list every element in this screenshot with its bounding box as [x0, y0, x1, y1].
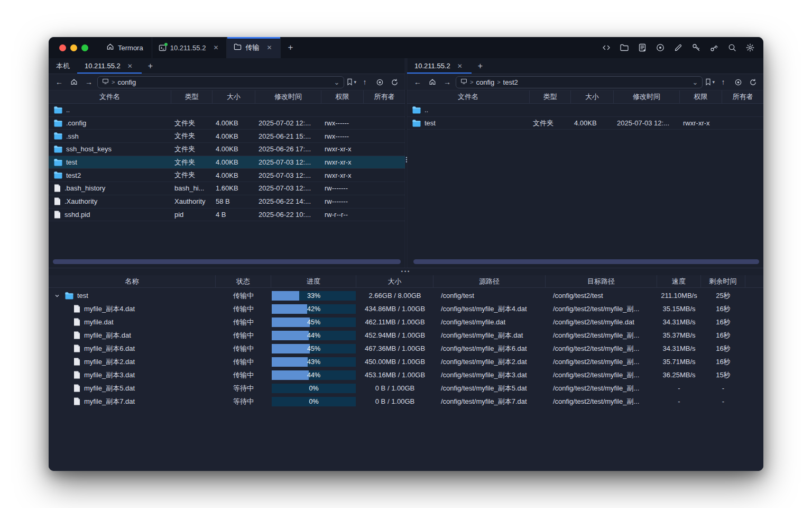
- eye-button[interactable]: [373, 76, 386, 88]
- forward-button[interactable]: →: [82, 76, 95, 88]
- column-header-status[interactable]: 状态: [216, 275, 271, 287]
- zoom-window-button[interactable]: [81, 44, 88, 51]
- column-header-filename[interactable]: 文件名: [407, 90, 530, 103]
- transfer-row[interactable]: myfile_副本2.dat传输中43%450.00MB / 1.00GB/co…: [49, 355, 763, 368]
- transfer-source-cell: /config/test/myfile_副本2.dat: [433, 357, 546, 367]
- file-size-cell: 4.00KB: [213, 145, 255, 153]
- file-row[interactable]: test文件夹4.00KB2025-07-03 12:...rwxr-xr-x: [407, 117, 763, 130]
- keychain-icon[interactable]: [707, 41, 721, 55]
- new-tab-button[interactable]: +: [281, 37, 301, 58]
- code-icon[interactable]: [599, 41, 613, 55]
- horizontal-scrollbar[interactable]: [413, 259, 759, 264]
- breadcrumb-segment[interactable]: test2: [503, 78, 518, 86]
- event-log-icon[interactable]: [635, 41, 649, 55]
- parent-dir-button[interactable]: ↑: [717, 76, 730, 88]
- column-header-owner[interactable]: 所有者: [364, 90, 405, 103]
- folder-icon[interactable]: [617, 41, 631, 55]
- key-icon[interactable]: [689, 41, 703, 55]
- new-pane-tab-button[interactable]: +: [142, 58, 159, 74]
- breadcrumb-segment[interactable]: config: [117, 78, 136, 86]
- tab-local[interactable]: 本机: [49, 58, 77, 74]
- parent-dir-button[interactable]: ↑: [358, 76, 371, 88]
- file-row[interactable]: ..: [407, 104, 763, 117]
- file-row[interactable]: .XauthorityXauthority58 B2025-06-22 14:.…: [49, 195, 405, 208]
- close-tab-icon[interactable]: ✕: [265, 43, 273, 52]
- transfer-row[interactable]: myfile_副本4.dat传输中42%434.86MB / 1.00GB/co…: [49, 302, 763, 315]
- breadcrumb-segment[interactable]: config: [476, 78, 494, 86]
- home-button[interactable]: [68, 76, 80, 88]
- file-row[interactable]: .ssh文件夹4.00KB2025-06-21 15:...rwx------: [49, 130, 405, 143]
- transfer-row[interactable]: myfile_副本3.dat传输中44%453.16MB / 1.00GB/co…: [49, 368, 763, 382]
- back-button[interactable]: ←: [53, 76, 66, 88]
- refresh-button[interactable]: [746, 76, 759, 88]
- search-icon[interactable]: [725, 41, 739, 55]
- column-header-speed[interactable]: 速度: [657, 275, 701, 287]
- record-icon[interactable]: [653, 41, 667, 55]
- file-row[interactable]: sshd.pidpid4 B2025-06-22 10:...rw-r--r--: [49, 208, 405, 222]
- close-tab-icon[interactable]: ✕: [456, 62, 464, 70]
- column-header-size[interactable]: 大小: [571, 90, 614, 103]
- edit-icon[interactable]: [671, 41, 685, 55]
- transfer-row[interactable]: myfile_副本5.dat等待中0%0 B / 1.00GB/config/t…: [49, 382, 763, 395]
- tab-remote-host[interactable]: 10.211.55.2 ✕: [77, 58, 142, 74]
- transfer-row[interactable]: myfile_副本6.dat传输中45%467.36MB / 1.00GB/co…: [49, 342, 763, 355]
- column-header-permissions[interactable]: 权限: [321, 90, 364, 103]
- transfer-target-cell: /config/test2/test/myfile_副...: [546, 331, 657, 340]
- close-window-button[interactable]: [59, 44, 66, 51]
- transfer-row[interactable]: test传输中33%2.66GB / 8.00GB/config/test/co…: [49, 289, 763, 302]
- column-header-modified[interactable]: 修改时间: [614, 90, 680, 103]
- column-header-source-path[interactable]: 源路径: [433, 275, 546, 287]
- column-header-target-path[interactable]: 目标路径: [546, 275, 657, 287]
- transfer-speed-cell: 34.31MB/s: [657, 344, 701, 352]
- bookmark-button[interactable]: ▾: [346, 78, 356, 86]
- chevron-down-icon[interactable]: ⌄: [334, 78, 340, 86]
- column-header-progress[interactable]: 进度: [271, 275, 356, 287]
- column-header-size[interactable]: 大小: [213, 90, 255, 103]
- column-header-modified[interactable]: 修改时间: [255, 90, 321, 103]
- file-row[interactable]: test2文件夹4.00KB2025-07-03 12:...rwxr-xr-x: [49, 169, 405, 182]
- transfer-speed-cell: 35.15MB/s: [657, 305, 701, 313]
- file-row[interactable]: .config文件夹4.00KB2025-07-02 12:...rwx----…: [49, 117, 405, 130]
- column-header-permissions[interactable]: 权限: [680, 90, 722, 103]
- tab-termora-home[interactable]: Termora: [98, 37, 152, 58]
- transfer-splitter[interactable]: •••: [49, 268, 763, 275]
- eye-button[interactable]: [732, 76, 744, 88]
- close-tab-icon[interactable]: ✕: [211, 43, 220, 52]
- column-header-type[interactable]: 类型: [530, 90, 571, 103]
- computer-icon: [460, 78, 467, 86]
- column-header-name[interactable]: 名称: [49, 275, 216, 287]
- horizontal-scrollbar[interactable]: [53, 259, 401, 264]
- file-name: ..: [66, 106, 70, 114]
- file-row[interactable]: ssh_host_keys文件夹4.00KB2025-06-26 17:...r…: [49, 143, 405, 156]
- forward-button[interactable]: →: [441, 76, 454, 88]
- left-breadcrumb[interactable]: >config⌄: [97, 76, 344, 88]
- column-header-owner[interactable]: 所有者: [722, 90, 763, 103]
- file-row[interactable]: test文件夹4.00KB2025-07-03 12:...rwxr-xr-x: [49, 156, 405, 169]
- file-row[interactable]: ..: [49, 104, 405, 117]
- tab-transfer[interactable]: 传输 ✕: [227, 37, 280, 58]
- transfer-row[interactable]: myfile.dat传输中45%462.11MB / 1.00GB/config…: [49, 315, 763, 329]
- column-header-type[interactable]: 类型: [171, 90, 213, 103]
- chevron-down-icon[interactable]: ⌄: [693, 78, 698, 86]
- bookmark-button[interactable]: ▾: [705, 78, 715, 86]
- refresh-button[interactable]: [388, 76, 401, 88]
- home-button[interactable]: [426, 76, 439, 88]
- minimize-window-button[interactable]: [70, 44, 77, 51]
- column-header-remaining[interactable]: 剩余时间: [701, 275, 745, 287]
- column-header-size[interactable]: 大小: [356, 275, 433, 287]
- close-tab-icon[interactable]: ✕: [126, 62, 134, 70]
- tab-ssh-session[interactable]: 10.211.55.2 ✕: [152, 37, 227, 58]
- expand-chevron-icon[interactable]: [53, 293, 61, 298]
- progress-label: 44%: [272, 370, 356, 380]
- transfer-row[interactable]: myfile_副本.dat传输中44%452.94MB / 1.00GB/con…: [49, 329, 763, 342]
- right-breadcrumb[interactable]: >config>test2⌄: [456, 76, 703, 88]
- settings-icon[interactable]: [743, 41, 757, 55]
- transfer-row[interactable]: myfile_副本7.dat等待中0%0 B / 1.00GB/config/t…: [49, 395, 763, 408]
- file-name-cell: .bash_history: [49, 184, 171, 192]
- column-header-filename[interactable]: 文件名: [49, 90, 171, 103]
- transfer-progress-cell: 42%: [271, 304, 356, 314]
- file-row[interactable]: .bash_historybash_hi...1.60KB2025-07-03 …: [49, 182, 405, 195]
- back-button[interactable]: ←: [411, 76, 424, 88]
- new-pane-tab-button[interactable]: +: [472, 58, 489, 74]
- tab-remote-host[interactable]: 10.211.55.2 ✕: [407, 58, 472, 74]
